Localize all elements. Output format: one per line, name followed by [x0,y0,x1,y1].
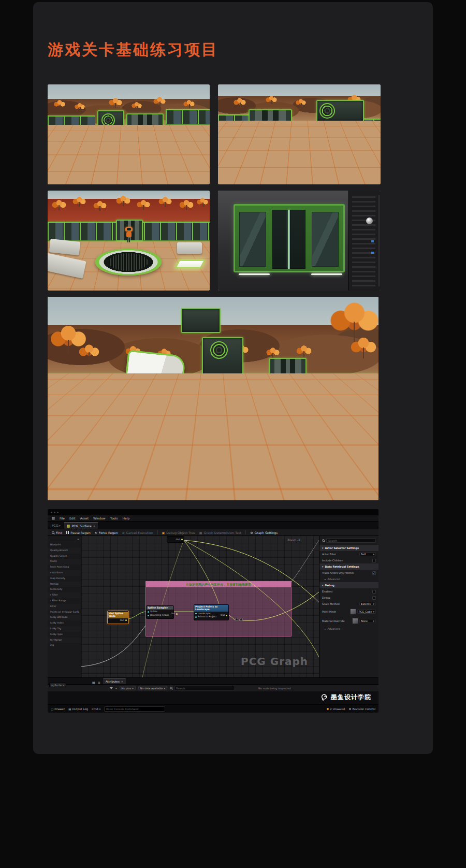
details-search-input[interactable] [326,538,376,543]
palette-item[interactable]: Filter [48,604,81,610]
force-regen-button[interactable]: Force Regen [95,531,118,534]
stairs [48,386,95,403]
output-pin[interactable] [226,615,227,616]
palette-item[interactable]: ing [48,643,81,648]
menu-tools[interactable]: Tools [110,516,118,520]
tab-label: PCG_Surface [71,524,91,528]
input-pin[interactable] [148,611,149,613]
palette-item[interactable]: r Filter Range [48,598,81,604]
palette-item[interactable]: Quality Branch [48,548,81,554]
stairs-base [48,402,105,419]
node-spline-sampler[interactable]: Spline Sampler Spline Bounding Shape Out [146,605,174,619]
row-advanced[interactable]: Advanced [319,626,378,632]
track-actors-checkbox[interactable] [372,571,376,575]
input-pin[interactable] [148,615,149,616]
side-tab[interactable]: ogSurface [49,683,66,687]
debug-checkbox[interactable] [372,596,376,600]
console-input[interactable] [104,706,165,712]
palm-tree [266,96,277,104]
cmd-dropdown[interactable]: Cmd [92,707,100,711]
unsaved-indicator[interactable]: 2 Unsaved [327,707,345,711]
palette-item[interactable]: ter Range [48,638,81,643]
row-advanced[interactable]: Advanced [319,576,378,582]
layout-icon[interactable] [92,681,95,684]
actor-filter-dropdown[interactable]: Self [359,552,376,556]
drawer-icon [51,707,53,711]
dropdown-value: Self [361,553,366,556]
determinism-test-button[interactable]: Graph Determinism Test [199,531,241,534]
palette-item[interactable]: ta By Attribute [48,615,81,620]
fan-unit [210,341,228,359]
debug-object-tree-button[interactable]: Debug Object Tree [162,531,195,534]
input-pin[interactable] [195,613,197,614]
pause-regen-button[interactable]: Pause Regen [66,531,90,534]
enabled-checkbox[interactable] [372,590,376,594]
node-project-points[interactable]: Project Points to Landscape Landscape Po… [194,604,229,620]
output-log-button[interactable]: Output Log [68,707,88,711]
no-pins-dropdown[interactable]: No pins [120,686,136,690]
green-box [172,126,201,136]
window-dot [51,512,52,513]
scale-method-dropdown[interactable]: Extents [359,602,376,606]
palette-item[interactable]: ta By Type [48,632,81,638]
partial-node[interactable]: Out [167,536,184,543]
palette-item[interactable]: Multi) [48,559,81,565]
graph-canvas[interactable]: 在划定范围内产生的采样点，并放置到地形表面 Zoom -2 Out Get Sp… [81,536,319,677]
menu-window[interactable]: Window [93,516,106,520]
close-icon[interactable] [93,524,95,528]
glow-pad [355,161,380,168]
pin-label: Out [176,538,180,541]
menu-file[interactable]: File [60,516,65,520]
drawer-button[interactable]: Drawer [51,707,65,711]
tab-attributes[interactable]: Attributes [103,678,126,684]
screenshot-level-overview: F [48,84,210,184]
asset-breadcrumb[interactable]: PCG> [52,524,61,529]
palette-item[interactable]: Quality Select [48,554,81,559]
palette-item[interactable]: ta By Tag [48,626,81,632]
attributes-search-input[interactable] [174,686,235,690]
palette-item[interactable]: Blueprint [48,542,81,548]
glow-pad [306,429,357,441]
palette-item[interactable]: heck Point Data [48,565,81,570]
output-pin[interactable] [176,613,178,615]
menu-edit[interactable]: Edit [69,516,76,520]
filter-icon[interactable] [110,687,113,689]
tab-pcg-surface[interactable]: PCG_Surface [64,523,98,529]
section-actor-selector[interactable]: Actor Selector Settings [319,545,378,551]
property-label: Track Actors Only Within B... [322,571,354,574]
palette-item[interactable]: r Filter [48,592,81,598]
section-label: Data Retrieval Settings [325,565,359,568]
material-override-picker[interactable]: None [359,619,376,623]
find-button[interactable]: Find [52,531,62,534]
mesh-thumbnail[interactable] [350,609,356,615]
section-data-retrieval[interactable]: Data Retrieval Settings [319,563,378,570]
revision-control-button[interactable]: Revision Control [349,707,375,711]
debug-toggle[interactable] [235,618,238,621]
material-thumbnail[interactable] [352,618,358,624]
palette-item[interactable]: map Density [48,576,81,582]
list-icon[interactable] [98,681,100,684]
palette-item[interactable]: ta By Index [48,620,81,626]
node-get-spline-data[interactable]: Get Spline Data Out [108,611,128,624]
palm-tree [132,102,142,110]
graph-settings-button[interactable]: Graph Settings [250,531,278,534]
menu-asset[interactable]: Asset [80,516,89,520]
menu-help[interactable]: Help [123,516,130,520]
palette-header[interactable] [48,536,81,542]
palette-item[interactable]: Points on Irregular Surfa [48,610,81,615]
cancel-execution-button[interactable]: Cancel Execution [122,531,153,534]
palette-item[interactable]: to Density [48,587,81,592]
screenshot-level-robot-door [218,84,381,184]
robot-arms [207,395,211,409]
palette-item[interactable]: s Attribute [48,570,81,576]
input-pin[interactable] [195,616,197,618]
close-icon[interactable] [121,680,123,683]
section-debug[interactable]: Debug [319,582,378,588]
output-pin[interactable] [125,619,127,621]
palette-item[interactable]: Remap [48,582,81,587]
inspect-toggle[interactable] [240,618,243,621]
output-pin[interactable] [181,539,183,540]
point-mesh-picker[interactable]: PCG_Cube [357,610,376,614]
no-data-dropdown[interactable]: No data available [138,686,167,690]
include-children-checkbox[interactable] [372,559,376,562]
